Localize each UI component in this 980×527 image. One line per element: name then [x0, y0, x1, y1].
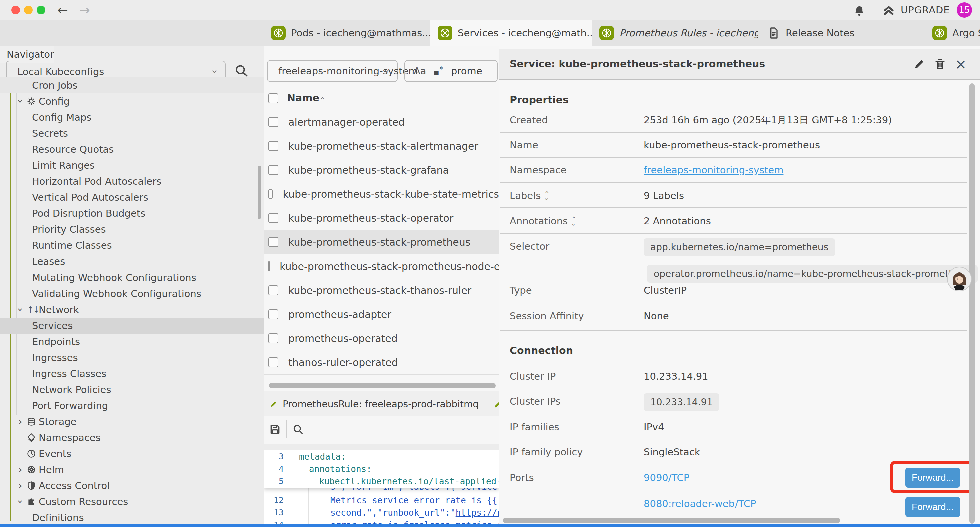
- save-icon[interactable]: [268, 423, 282, 436]
- sidebar-item-validating-webhook-configurations[interactable]: Validating Webhook Configurations: [0, 285, 264, 301]
- sidebar-item-priority-classes[interactable]: Priority Classes: [0, 221, 264, 237]
- sidebar-item-pod-disruption-budgets[interactable]: Pod Disruption Budgets: [0, 205, 264, 221]
- trash-icon[interactable]: [932, 57, 947, 72]
- sidebar-item-horizontal-pod-autoscalers[interactable]: Horizontal Pod Autoscalers: [0, 174, 264, 189]
- sidebar-item-custom-resources[interactable]: ›Custom Resources: [0, 494, 264, 509]
- editor-tab-prometheusrule[interactable]: PrometheusRule: freeleaps-prod-rabbitmq: [264, 391, 487, 417]
- sidebar-item-runtime-classes[interactable]: Runtime Classes: [0, 237, 264, 253]
- sidebar-item-namespaces[interactable]: Namespaces: [0, 430, 264, 446]
- table-row[interactable]: thanos-ruler-operated: [264, 350, 499, 374]
- match-case-icon[interactable]: Aa: [414, 65, 426, 77]
- select-all-checkbox[interactable]: [268, 93, 278, 103]
- panel-horizontal-scrollbar[interactable]: [503, 517, 840, 523]
- sidebar-item-services[interactable]: Services: [0, 318, 264, 334]
- code-line-12: 12Metrics service error rate is {{ $va: [264, 494, 499, 506]
- avatar[interactable]: [947, 266, 972, 291]
- sidebar-item-network-policies[interactable]: Network Policies: [0, 382, 264, 398]
- row-checkbox[interactable]: [268, 165, 278, 175]
- forward-button-8080[interactable]: Forward...: [905, 497, 960, 517]
- regex-icon[interactable]: ▪*: [434, 65, 443, 77]
- sidebar-item-leases[interactable]: Leases: [0, 253, 264, 269]
- tab-services[interactable]: Services - icecheng@math... ×: [430, 20, 592, 46]
- traffic-light-zoom[interactable]: [37, 6, 45, 14]
- row-checkbox[interactable]: [268, 333, 278, 343]
- notification-badge[interactable]: 15: [957, 2, 972, 18]
- sidebar-item-helm[interactable]: ›Helm: [0, 462, 264, 478]
- sidebar-item-resource-quotas[interactable]: Resource Quotas: [0, 142, 264, 158]
- row-checkbox[interactable]: [268, 189, 272, 199]
- table-row-selected[interactable]: kube-prometheus-stack-prometheus: [264, 230, 499, 255]
- forward-arrow-icon[interactable]: →: [80, 0, 90, 20]
- sidebar-item-secrets[interactable]: Secrets: [0, 126, 264, 142]
- table-row[interactable]: alertmanager-operated: [264, 110, 499, 134]
- sidebar-item-ingresses[interactable]: Ingresses: [0, 350, 264, 366]
- search-filter-input[interactable]: Aa ▪* prome: [404, 60, 498, 82]
- property-row-session-affinity: Session Affinity None: [510, 308, 967, 324]
- chevron-right-icon[interactable]: ›: [16, 465, 25, 474]
- table-row[interactable]: kube-prometheus-stack-kube-state-metrics: [264, 182, 499, 207]
- chevron-down-icon[interactable]: ›: [15, 497, 25, 506]
- row-checkbox[interactable]: [268, 285, 278, 295]
- code-link[interactable]: https://net: [456, 508, 499, 517]
- horizontal-scrollbar[interactable]: [269, 383, 496, 388]
- tab-pods[interactable]: Pods - icecheng@mathmas...: [264, 20, 431, 46]
- sidebar-item-storage[interactable]: ›Storage: [0, 414, 264, 430]
- panel-vertical-scrollbar[interactable]: [969, 83, 975, 524]
- sidebar-item-endpoints[interactable]: Endpoints: [0, 334, 264, 350]
- chevron-right-icon[interactable]: ›: [16, 481, 25, 490]
- sidebar-item-events[interactable]: Events: [0, 446, 264, 462]
- traffic-light-close[interactable]: [11, 6, 20, 14]
- search-icon[interactable]: [234, 63, 250, 79]
- table-row[interactable]: prometheus-adapter: [264, 302, 499, 326]
- tab-prometheus-rules[interactable]: Prometheus Rules - icecheng...: [592, 20, 758, 46]
- port-link-8080[interactable]: 8080:reloader-web/TCP: [644, 496, 756, 512]
- expand-collapse-icon[interactable]: ››: [546, 188, 548, 203]
- table-row[interactable]: kube-prometheus-stack-operator: [264, 206, 499, 231]
- bell-icon[interactable]: [853, 4, 866, 18]
- sidebar-item-limit-ranges[interactable]: Limit Ranges: [0, 158, 264, 174]
- table-row[interactable]: kube-prometheus-stack-grafana: [264, 158, 499, 182]
- row-checkbox[interactable]: [268, 261, 269, 271]
- upgrade-icon[interactable]: [882, 4, 895, 18]
- row-checkbox[interactable]: [268, 237, 278, 247]
- editor-tab-partial[interactable]: [487, 391, 499, 417]
- namespace-link[interactable]: freeleaps-monitoring-system: [644, 162, 783, 178]
- sticky-scroll-block: 3metadata: 4annotations: 5kubectl.kubern…: [264, 450, 499, 488]
- sidebar-item-config-maps[interactable]: Config Maps: [0, 110, 264, 126]
- name-column-header[interactable]: Name: [287, 92, 319, 104]
- expand-collapse-icon[interactable]: ››: [573, 214, 575, 228]
- chevron-down-icon[interactable]: ›: [15, 97, 25, 106]
- namespace-selector[interactable]: freeleaps-monitoring-system ›: [267, 60, 398, 82]
- row-checkbox[interactable]: [268, 309, 278, 319]
- table-row[interactable]: kube-prometheus-stack-prometheus-node-ex…: [264, 254, 499, 279]
- chevron-down-icon[interactable]: ›: [15, 305, 25, 314]
- back-arrow-icon[interactable]: ←: [57, 0, 68, 20]
- yaml-editor[interactable]: s", for: "1m", labels :{ service : f 12M…: [264, 450, 499, 524]
- sidebar-item-vertical-pod-autoscalers[interactable]: Vertical Pod Autoscalers: [0, 189, 264, 205]
- search-icon[interactable]: [291, 423, 304, 436]
- table-row[interactable]: prometheus-operated: [264, 326, 499, 350]
- row-checkbox[interactable]: [268, 357, 278, 367]
- row-checkbox[interactable]: [268, 213, 278, 223]
- table-row[interactable]: kube-prometheus-stack-thanos-ruler: [264, 278, 499, 303]
- row-checkbox[interactable]: [268, 117, 278, 127]
- sidebar-item-access-control[interactable]: ›Access Control: [0, 478, 264, 494]
- upgrade-button[interactable]: UPGRADE: [900, 0, 950, 20]
- row-checkbox[interactable]: [268, 141, 278, 151]
- chevron-right-icon[interactable]: ›: [16, 417, 25, 427]
- sort-ascending-icon[interactable]: ›: [318, 97, 326, 100]
- sidebar-item-config[interactable]: ›Config: [0, 93, 264, 110]
- sidebar-item-definitions[interactable]: Definitions: [0, 509, 264, 525]
- sidebar-item-cron-jobs[interactable]: Cron Jobs: [0, 77, 264, 93]
- table-row[interactable]: kube-prometheus-stack-alertmanager: [264, 134, 499, 158]
- sidebar-item-mutating-webhook-configurations[interactable]: Mutating Webhook Configurations: [0, 269, 264, 285]
- sidebar-item-port-forwarding[interactable]: Port Forwarding: [0, 398, 264, 414]
- close-panel-icon[interactable]: ×: [953, 57, 968, 72]
- tab-argo[interactable]: Argo Se: [925, 20, 980, 46]
- port-link-9090[interactable]: 9090/TCP: [644, 470, 689, 486]
- tab-release-notes[interactable]: Release Notes: [757, 20, 925, 46]
- edit-pencil-icon[interactable]: [912, 57, 927, 72]
- sidebar-item-ingress-classes[interactable]: Ingress Classes: [0, 366, 264, 382]
- traffic-light-minimize[interactable]: [24, 6, 33, 14]
- sidebar-item-network[interactable]: ›↑↓Network: [0, 301, 264, 318]
